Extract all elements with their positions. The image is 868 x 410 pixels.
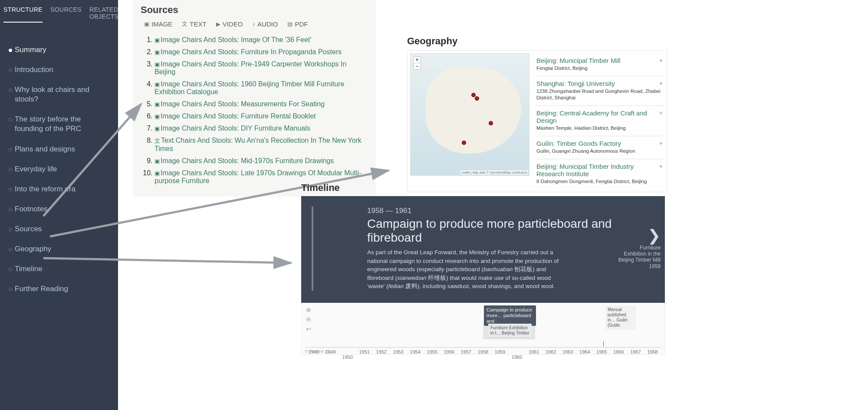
year-tick xyxy=(305,354,322,360)
source-link[interactable]: ▣Image Chairs And Stools: Furniture Rent… xyxy=(155,112,316,120)
timeline-year-ticks: 1948194919511952195319541955195619571958… xyxy=(305,349,661,354)
map-zoom-in[interactable]: + xyxy=(414,57,421,63)
timeline-controls: ⊕ ⊖ ↩ xyxy=(306,306,311,332)
filter-audio[interactable]: ♪AUDIO xyxy=(252,20,278,28)
image-icon: ▣ xyxy=(155,37,160,43)
geography-item[interactable]: Beijing: Municipal Timber MillFengtai Di… xyxy=(535,53,664,76)
nav-reform-era[interactable]: Into the reform era xyxy=(9,179,118,199)
geography-item[interactable]: Guilin: Timber Goods FactoryGuilin, Guan… xyxy=(535,136,664,159)
year-tick xyxy=(542,354,559,360)
tab-sources[interactable]: SOURCES xyxy=(50,6,82,23)
timeline-next-button[interactable]: ❯ Furniture Exhibition in the Beijing Ti… xyxy=(617,230,661,269)
back-icon[interactable]: ↩ xyxy=(306,325,311,332)
nav-introduction[interactable]: Introduction xyxy=(9,60,118,80)
timeline-track-event-main[interactable]: Campaign to produce more… particleboard … xyxy=(484,305,536,326)
sources-filters: ▣IMAGE 文TEXT ▶VIDEO ♪AUDIO ▤PDF xyxy=(141,20,368,28)
year-tick xyxy=(474,354,491,360)
filter-video-label: VIDEO xyxy=(223,20,243,28)
sources-panel: Sources ▣IMAGE 文TEXT ▶VIDEO ♪AUDIO ▤PDF … xyxy=(133,0,376,197)
geography-item-title: Beijing: Municipal Timber Mill xyxy=(536,57,663,64)
plus-icon[interactable]: + xyxy=(659,163,663,170)
source-link[interactable]: ▣Image Chairs And Stools: Measurements F… xyxy=(155,100,325,108)
audio-icon: ♪ xyxy=(252,21,255,27)
source-item: ▣Image Chairs And Stools: Image Of The '… xyxy=(155,34,368,46)
year-tick xyxy=(526,354,542,360)
video-icon: ▶ xyxy=(216,21,220,27)
source-link[interactable]: ▣Image Chairs And Stools: Pre-1949 Carpe… xyxy=(155,60,346,75)
image-icon: ▣ xyxy=(155,125,160,132)
filter-image[interactable]: ▣IMAGE xyxy=(144,20,172,28)
map-marker[interactable] xyxy=(475,96,479,101)
source-item: ▣Image Chairs And Stools: 1960 Beijing T… xyxy=(155,78,368,98)
year-tick xyxy=(441,354,457,360)
timeline-body-i2: xianweiban xyxy=(397,275,427,281)
timelinejs-credit: ⏱ Timeline JS xyxy=(304,349,329,354)
nav-plans-designs[interactable]: Plans and designs xyxy=(9,139,118,159)
timeline-track[interactable]: ⊕ ⊖ ↩ Campaign to produce more… particle… xyxy=(301,303,665,355)
nav-why-look[interactable]: Why look at chairs and stools? xyxy=(9,80,118,109)
source-link[interactable]: ▣Image Chairs And Stools: DIY Furniture … xyxy=(155,125,310,132)
year-tick xyxy=(492,354,509,360)
year-tick xyxy=(322,354,339,360)
image-icon: ▣ xyxy=(155,101,160,108)
year-tick: 1966 xyxy=(610,349,627,354)
map-marker[interactable] xyxy=(462,141,466,145)
year-tick: 1957 xyxy=(457,349,474,354)
geography-item[interactable]: Beijing: Central Academy for Craft and D… xyxy=(535,106,664,136)
map-zoom-out[interactable]: − xyxy=(414,63,421,69)
source-link[interactable]: ▣Image Chairs And Stools: 1960 Beijing T… xyxy=(155,80,344,95)
source-link[interactable]: ▣Image Chairs And Stools: Furniture In P… xyxy=(155,48,342,56)
year-tick: 1963 xyxy=(559,349,576,354)
nav-story-prc[interactable]: The story before the founding of the PRC xyxy=(9,109,118,139)
plus-icon[interactable]: + xyxy=(659,80,663,87)
geography-body: + − Leaflet | Map data © OpenStreetMap c… xyxy=(407,50,667,192)
text-icon: 文 xyxy=(155,138,160,144)
map-attribution: Leaflet | Map data © OpenStreetMap contr… xyxy=(460,171,528,174)
source-link[interactable]: ▣Image Chairs And Stools: Image Of The '… xyxy=(155,36,311,43)
timeline-headline: Campaign to produce more particleboard a… xyxy=(316,217,650,245)
map[interactable]: + − Leaflet | Map data © OpenStreetMap c… xyxy=(410,53,529,176)
year-tick xyxy=(407,354,424,360)
nav-geography[interactable]: Geography xyxy=(9,239,118,259)
nav-sources[interactable]: Sources xyxy=(9,219,118,239)
source-link[interactable]: ▣Image Chairs And Stools: Mid-1970s Furn… xyxy=(155,157,334,164)
nav-footnotes[interactable]: Footnotes xyxy=(9,199,118,219)
zoom-in-icon[interactable]: ⊕ xyxy=(306,306,311,313)
year-tick xyxy=(356,354,373,360)
year-tick xyxy=(576,354,593,360)
nav-further-reading[interactable]: Further Reading xyxy=(9,279,118,299)
tab-related-objects[interactable]: RELATED OBJECTS xyxy=(89,6,118,23)
source-item: ▣Image Chairs And Stools: Pre-1949 Carpe… xyxy=(155,58,368,78)
sidebar: STRUCTURE SOURCES RELATED OBJECTS Summar… xyxy=(0,0,118,410)
timeline-track-event-sub[interactable]: Furniture Exhibition in t… Beijing Timbe… xyxy=(488,324,532,338)
geography-item-subtitle: Guilin, Guangxi Zhuang Autonomous Region xyxy=(536,148,663,154)
filter-text[interactable]: 文TEXT xyxy=(182,20,206,28)
source-link[interactable]: 文Text Chairs And Stools: Wu An'na's Reco… xyxy=(155,137,362,152)
geography-title: Geography xyxy=(407,36,667,47)
map-marker[interactable] xyxy=(489,121,493,125)
map-zoom-controls: + − xyxy=(413,56,421,70)
timeline-track-event-right[interactable]: Manual published in… Guilin (Guilin xyxy=(605,305,636,330)
chevron-right-icon: ❯ xyxy=(617,230,661,242)
year-tick xyxy=(424,354,441,360)
filter-pdf[interactable]: ▤PDF xyxy=(287,20,308,28)
year-tick xyxy=(509,349,526,354)
geography-item-title: Beijing: Central Academy for Craft and D… xyxy=(536,109,663,124)
geography-item-title: Guilin: Timber Goods Factory xyxy=(536,140,663,147)
nav-everyday-life[interactable]: Everyday life xyxy=(9,159,118,179)
plus-icon[interactable]: + xyxy=(659,109,663,116)
nav-timeline[interactable]: Timeline xyxy=(9,259,118,279)
filter-video[interactable]: ▶VIDEO xyxy=(216,20,243,28)
image-icon: ▣ xyxy=(155,49,160,56)
zoom-out-icon[interactable]: ⊖ xyxy=(306,316,311,323)
geography-item-subtitle: Fengtai District, Beijing xyxy=(536,65,663,72)
year-tick: 1964 xyxy=(576,349,593,354)
year-tick xyxy=(373,354,390,360)
plus-icon[interactable]: + xyxy=(659,140,663,147)
year-tick: 1952 xyxy=(373,349,390,354)
nav-summary[interactable]: Summary xyxy=(9,40,118,60)
filter-pdf-label: PDF xyxy=(295,20,308,28)
plus-icon[interactable]: + xyxy=(659,57,663,64)
geography-item[interactable]: Shanghai: Tongji University1238 Zhongsha… xyxy=(535,76,664,106)
tab-structure[interactable]: STRUCTURE xyxy=(3,6,43,23)
